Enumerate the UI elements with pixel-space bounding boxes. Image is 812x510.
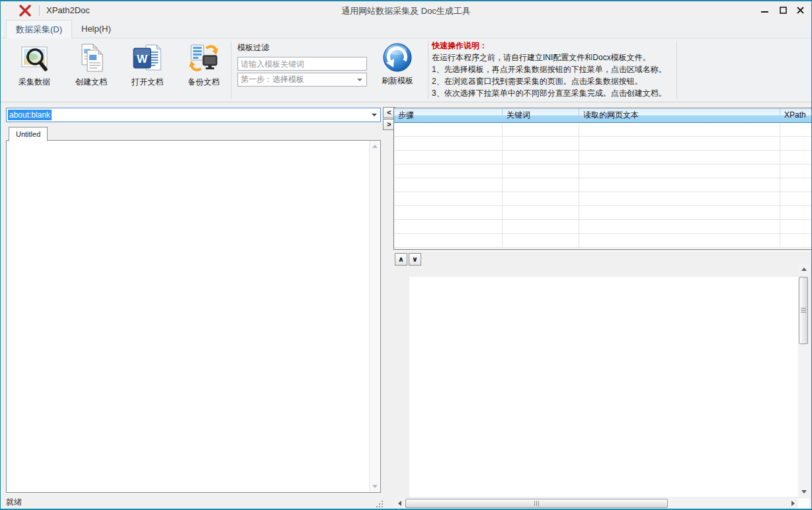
titlebar: XPath2Doc 通用网站数据采集及 Doc生成工具 — [1, 1, 811, 20]
table-row[interactable] — [394, 151, 812, 164]
table-row[interactable] — [394, 192, 812, 206]
refresh-template-button[interactable]: 刷新模板 — [372, 41, 423, 100]
chevron-down-icon — [357, 79, 362, 81]
close-button[interactable] — [791, 1, 809, 19]
table-row[interactable] — [394, 164, 812, 178]
table-cell — [394, 123, 503, 136]
table-row[interactable] — [394, 206, 812, 220]
browser-viewport[interactable] — [6, 140, 381, 493]
ribbon-separator — [676, 41, 677, 99]
table-cell — [394, 234, 503, 247]
create-doc-icon — [75, 42, 107, 74]
scroll-left-icon — [398, 501, 401, 506]
app-logo-icon — [19, 5, 31, 17]
table-cell — [503, 220, 579, 233]
template-select-value: 第一步：选择模板 — [241, 75, 304, 84]
collect-data-label: 采集数据 — [19, 77, 50, 87]
table-cell — [780, 164, 812, 178]
table-cell — [780, 151, 812, 164]
column-header-webtext[interactable]: 读取的网页文本 — [579, 108, 780, 122]
browser-tab-untitled[interactable]: Untitled — [9, 127, 48, 141]
column-header-keyword[interactable]: 关键词 — [503, 108, 579, 122]
move-down-button[interactable]: ∨ — [409, 253, 421, 266]
address-combobox[interactable]: about:blank — [6, 108, 381, 122]
instruction-line: 2、在浏览器窗口找到需要采集的页面。点击采集数据按钮。 — [432, 75, 674, 87]
table-cell — [394, 220, 503, 233]
tab-data-collect[interactable]: 数据采集(D) — [6, 20, 72, 39]
move-up-button[interactable]: ∧ — [395, 253, 407, 266]
app-window: XPath2Doc 通用网站数据采集及 Doc生成工具 数据采集(D) Help… — [0, 0, 812, 510]
refresh-template-label: 刷新模板 — [382, 76, 413, 85]
vertical-scroll-thumb[interactable] — [799, 277, 808, 344]
svg-text:W: W — [137, 53, 148, 65]
table-cell — [503, 164, 579, 178]
table-cell — [780, 234, 812, 247]
thumb-grip-icon — [534, 501, 540, 506]
scroll-down-button[interactable] — [798, 486, 809, 497]
table-cell — [780, 206, 812, 219]
maximize-button[interactable] — [774, 1, 792, 19]
open-doc-button[interactable]: W 打开文档 — [120, 41, 175, 100]
open-doc-label: 打开文档 — [132, 77, 163, 87]
table-row[interactable] — [394, 220, 812, 234]
column-header-step[interactable]: 步骤 — [394, 108, 503, 122]
backup-doc-label: 备份文档 — [188, 77, 220, 87]
instructions-title: 快速操作说明： — [432, 40, 674, 52]
template-select[interactable]: 第一步：选择模板 — [237, 73, 367, 87]
table-cell — [579, 178, 780, 192]
maximize-icon — [780, 7, 787, 14]
scroll-up-icon — [801, 268, 807, 271]
address-value: about:blank — [8, 110, 52, 120]
scroll-right-icon — [792, 501, 795, 506]
scroll-up-button[interactable] — [798, 264, 809, 274]
instruction-line: 在运行本程序之前，请自行建立INI配置文件和Docx模板文件。 — [432, 52, 674, 63]
table-cell — [579, 164, 780, 178]
thumb-grip-icon — [801, 308, 806, 313]
table-cell — [503, 137, 579, 150]
ribbon-tabstrip: 数据采集(D) Help(H) — [1, 20, 811, 38]
table-cell — [503, 151, 579, 164]
ribbon: 采集数据 创建文档 — [1, 38, 811, 102]
preview-textarea[interactable] — [409, 277, 799, 497]
table-cell — [579, 137, 780, 150]
scroll-right-button[interactable] — [788, 498, 798, 509]
window-caption: 通用网站数据采集及 Doc生成工具 — [1, 5, 811, 17]
preview-horizontal-scrollbar[interactable] — [394, 498, 798, 509]
table-cell — [780, 192, 812, 205]
table-row[interactable] — [394, 123, 812, 137]
template-keyword-input[interactable] — [237, 57, 367, 71]
app-title: XPath2Doc — [46, 5, 90, 15]
collect-data-button[interactable]: 采集数据 — [7, 41, 61, 100]
horizontal-scroll-thumb[interactable] — [405, 499, 668, 508]
table-cell — [579, 151, 780, 164]
template-filter-label: 模板过滤 — [237, 42, 269, 54]
table-row[interactable] — [394, 234, 812, 248]
table-cell — [394, 206, 503, 219]
backup-doc-button[interactable]: 备份文档 — [177, 41, 231, 100]
scroll-down-icon — [801, 490, 807, 493]
scroll-left-button[interactable] — [394, 498, 405, 509]
table-cell — [780, 220, 812, 233]
refresh-icon — [382, 42, 413, 73]
browser-vertical-scrollbar[interactable] — [369, 141, 380, 492]
table-cell — [503, 234, 579, 247]
combo-dropdown-icon[interactable] — [372, 114, 377, 116]
grid-header: 步骤 关键词 读取的网页文本 XPath — [394, 108, 812, 123]
tab-help[interactable]: Help(H) — [72, 20, 120, 38]
table-row[interactable] — [394, 178, 812, 192]
table-cell — [579, 123, 780, 136]
column-header-xpath[interactable]: XPath — [780, 108, 812, 122]
resize-grip[interactable] — [375, 499, 383, 507]
table-cell — [780, 123, 812, 136]
preview-vertical-scrollbar[interactable] — [798, 264, 809, 497]
table-row[interactable] — [394, 137, 812, 151]
table-cell — [579, 234, 780, 247]
close-icon — [797, 7, 804, 14]
minimize-button[interactable] — [755, 1, 774, 19]
create-doc-button[interactable]: 创建文档 — [64, 41, 118, 100]
table-cell — [503, 206, 579, 219]
instruction-line: 1、先选择模板，再点开采集数据按钮的下拉菜单，点击区域名称。 — [432, 63, 674, 75]
table-cell — [780, 137, 812, 150]
minimize-icon — [761, 7, 768, 14]
scroll-up-icon — [372, 145, 378, 148]
